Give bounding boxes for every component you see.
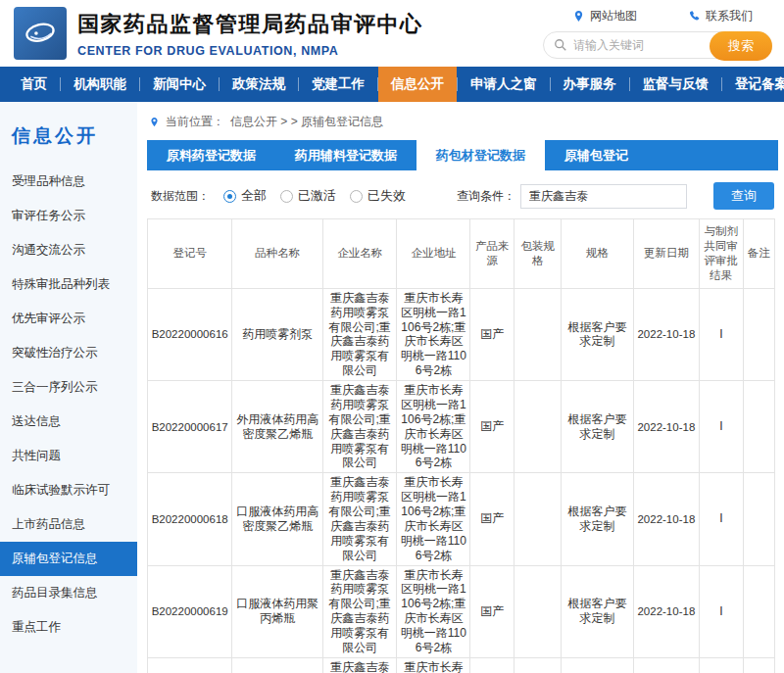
query-input[interactable] bbox=[520, 184, 687, 209]
tab-bar: 原料药登记数据药用辅料登记数据药包材登记数据原辅包登记 bbox=[147, 140, 778, 170]
sidebar-menu: 受理品种信息审评任务公示沟通交流公示特殊审批品种列表优先审评公示突破性治疗公示三… bbox=[0, 165, 137, 645]
table-cell: 重庆市长寿区明桃一路1106号2栋;重庆市长寿区明桃一路1106号2栋 bbox=[397, 565, 470, 657]
table-cell: 国产 bbox=[470, 565, 514, 657]
table-row: B20220000618口服液体药用高密度聚乙烯瓶重庆鑫吉泰药用喷雾泵有限公司;… bbox=[148, 473, 775, 565]
sidebar-item-12[interactable]: 原辅包登记信息 bbox=[0, 542, 137, 576]
tab-1[interactable]: 原料药登记数据 bbox=[147, 140, 275, 170]
table-cell: 重庆市长寿区明桃一路1106号2栋;重庆市长寿区明桃一路1106号2栋 bbox=[397, 288, 470, 380]
table-cell: 口服液体药用聚酯瓶 bbox=[232, 657, 323, 673]
sidebar-item-4[interactable]: 特殊审批品种列表 bbox=[0, 267, 137, 302]
nav-item-2[interactable]: 机构职能 bbox=[61, 67, 139, 102]
table-cell bbox=[514, 288, 562, 380]
site-subtitle: CENTER FOR DRUG EVALUATION, NMPA bbox=[77, 44, 423, 58]
registration-table: 登记号品种名称企业名称企业地址产品来源包装规格规格更新日期与制剂共同审评审批结果… bbox=[147, 218, 775, 673]
table-cell: I bbox=[699, 288, 743, 380]
sidebar-item-3[interactable]: 沟通交流公示 bbox=[0, 233, 137, 267]
tab-4[interactable]: 原辅包登记 bbox=[545, 140, 648, 170]
table-cell bbox=[514, 657, 562, 673]
radio-circle-icon bbox=[350, 190, 363, 203]
scope-radio-group: 全部已激活已失效 bbox=[210, 187, 406, 205]
table-cell bbox=[514, 565, 562, 657]
radio-circle-icon bbox=[223, 190, 236, 203]
nav-item-7[interactable]: 申请人之窗 bbox=[458, 67, 550, 102]
scope-radio-2[interactable]: 已激活 bbox=[280, 187, 336, 205]
sidebar-item-14[interactable]: 重点工作 bbox=[0, 610, 137, 645]
table-cell: 2022-10-18 bbox=[633, 565, 699, 657]
sidebar-item-11[interactable]: 上市药品信息 bbox=[0, 507, 137, 542]
table-cell: 重庆鑫吉泰药用喷雾泵有限公司;重庆鑫吉泰药用喷雾泵有限公司 bbox=[323, 657, 397, 673]
table-cell bbox=[743, 657, 774, 673]
query-button[interactable]: 查询 bbox=[713, 182, 774, 210]
column-header-1: 登记号 bbox=[148, 219, 232, 289]
sidebar-item-13[interactable]: 药品目录集信息 bbox=[0, 576, 137, 610]
radio-label: 全部 bbox=[241, 187, 267, 205]
column-header-6: 包装规格 bbox=[514, 219, 562, 289]
main-nav: 首页机构职能新闻中心政策法规党建工作信息公开申请人之窗办事服务监督与反馈登记备案… bbox=[0, 67, 784, 102]
table-cell: 重庆市长寿区明桃一路1106号2栋;重庆市长寿区明桃一路1106号2栋 bbox=[397, 381, 470, 473]
table-cell: 2022-10-18 bbox=[633, 288, 699, 380]
search-icon bbox=[554, 38, 567, 52]
site-title: 国家药品监督管理局药品审评中心 bbox=[77, 10, 423, 39]
table-row: B20220000620口服液体药用聚酯瓶重庆鑫吉泰药用喷雾泵有限公司;重庆鑫吉… bbox=[148, 657, 775, 673]
table-cell: I bbox=[699, 381, 743, 473]
column-header-5: 产品来源 bbox=[470, 219, 514, 289]
nav-item-5[interactable]: 党建工作 bbox=[299, 67, 377, 102]
main-content: 当前位置：信息公开 > > 原辅包登记信息 原料药登记数据药用辅料登记数据药包材… bbox=[137, 102, 784, 673]
table-cell: 重庆鑫吉泰药用喷雾泵有限公司;重庆鑫吉泰药用喷雾泵有限公司 bbox=[323, 288, 397, 380]
nav-item-1[interactable]: 首页 bbox=[8, 67, 60, 102]
sidebar-item-8[interactable]: 送达信息 bbox=[0, 405, 137, 439]
tab-2[interactable]: 药用辅料登记数据 bbox=[275, 140, 416, 170]
sidebar-item-9[interactable]: 共性问题 bbox=[0, 439, 137, 473]
breadcrumb-pin-icon bbox=[149, 116, 160, 128]
scope-radio-1[interactable]: 全部 bbox=[223, 187, 267, 205]
breadcrumb-path[interactable]: 信息公开 > > 原辅包登记信息 bbox=[230, 114, 383, 130]
table-cell: 2022-10-18 bbox=[633, 473, 699, 565]
sidebar-item-2[interactable]: 审评任务公示 bbox=[0, 199, 137, 233]
nav-item-6[interactable]: 信息公开 bbox=[378, 67, 457, 102]
nav-item-9[interactable]: 监督与反馈 bbox=[630, 67, 722, 102]
table-cell: 口服液体药用高密度聚乙烯瓶 bbox=[232, 473, 323, 565]
sidebar-item-1[interactable]: 受理品种信息 bbox=[0, 165, 137, 199]
column-header-8: 更新日期 bbox=[633, 219, 699, 289]
sidebar-item-10[interactable]: 临床试验默示许可 bbox=[0, 473, 137, 507]
nav-item-8[interactable]: 办事服务 bbox=[551, 67, 629, 102]
header-search-button[interactable]: 搜索 bbox=[710, 31, 772, 61]
sidebar-item-7[interactable]: 三合一序列公示 bbox=[0, 370, 137, 405]
sitemap-link[interactable]: 网站地图 bbox=[572, 8, 637, 24]
table-cell: 外用液体药用高密度聚乙烯瓶 bbox=[232, 381, 323, 473]
site-header: 国家药品监督管理局药品审评中心 CENTER FOR DRUG EVALUATI… bbox=[0, 0, 784, 67]
header-search: 搜索 bbox=[543, 31, 772, 59]
scope-radio-3[interactable]: 已失效 bbox=[350, 187, 406, 205]
phone-icon bbox=[688, 10, 701, 23]
query-label: 查询条件： bbox=[457, 188, 515, 205]
sitemap-label: 网站地图 bbox=[590, 8, 637, 24]
column-header-7: 规格 bbox=[562, 219, 634, 289]
nav-item-4[interactable]: 政策法规 bbox=[220, 67, 298, 102]
table-cell bbox=[743, 565, 774, 657]
column-header-10: 备注 bbox=[743, 219, 774, 289]
breadcrumb-label: 当前位置： bbox=[166, 114, 224, 130]
sidebar-title: 信息公开 bbox=[0, 118, 137, 165]
table-cell: B20220000618 bbox=[148, 473, 232, 565]
table-cell: 药用喷雾剂泵 bbox=[232, 288, 323, 380]
table-cell: I bbox=[699, 473, 743, 565]
table-cell bbox=[743, 288, 774, 380]
radio-circle-icon bbox=[280, 190, 293, 203]
top-links: 网站地图 联系我们 bbox=[572, 8, 753, 24]
table-cell: 根据客户要求定制 bbox=[562, 473, 634, 565]
filter-row: 数据范围： 全部已激活已失效 查询条件： 查询 bbox=[151, 182, 778, 210]
nav-item-3[interactable]: 新闻中心 bbox=[140, 67, 219, 102]
breadcrumb: 当前位置：信息公开 > > 原辅包登记信息 bbox=[149, 114, 778, 130]
cde-logo[interactable] bbox=[14, 7, 67, 60]
contact-link[interactable]: 联系我们 bbox=[688, 8, 753, 24]
sidebar-item-5[interactable]: 优先审评公示 bbox=[0, 302, 137, 336]
table-row: B20220000617外用液体药用高密度聚乙烯瓶重庆鑫吉泰药用喷雾泵有限公司;… bbox=[148, 381, 775, 473]
nav-item-10[interactable]: 登记备案平台 bbox=[722, 67, 784, 102]
table-row: B20220000616药用喷雾剂泵重庆鑫吉泰药用喷雾泵有限公司;重庆鑫吉泰药用… bbox=[148, 288, 775, 380]
column-header-3: 企业名称 bbox=[323, 219, 397, 289]
sidebar-item-6[interactable]: 突破性治疗公示 bbox=[0, 336, 137, 370]
table-cell: 重庆市长寿区明桃一路1106号2栋;重庆市长寿区明桃一路1106号2栋 bbox=[397, 657, 470, 673]
table-cell: 重庆鑫吉泰药用喷雾泵有限公司;重庆鑫吉泰药用喷雾泵有限公司 bbox=[323, 565, 397, 657]
table-cell: 重庆鑫吉泰药用喷雾泵有限公司;重庆鑫吉泰药用喷雾泵有限公司 bbox=[323, 473, 397, 565]
tab-3[interactable]: 药包材登记数据 bbox=[416, 140, 545, 170]
